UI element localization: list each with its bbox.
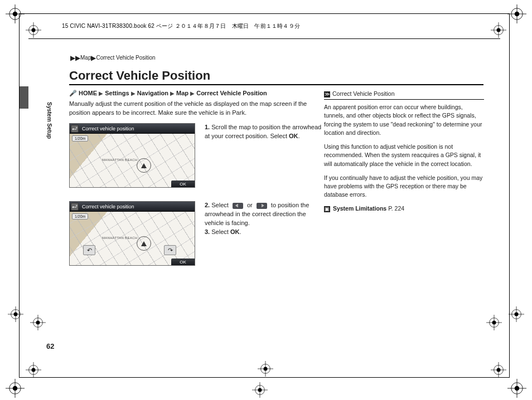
page-sheet: 15 CIVIC NAVI-31TR38300.book 62 ページ ２０１４… bbox=[19, 13, 510, 378]
map-scale: 1/20m bbox=[72, 135, 88, 142]
nav-cvp: Correct Vehicle Position bbox=[196, 90, 267, 96]
header-rule bbox=[28, 38, 500, 39]
screenshot-2: ⮐ Correct vehicle position 1/20m MANHATT… bbox=[69, 201, 195, 266]
step-1-ok: OK bbox=[289, 133, 298, 139]
rotate-right-button[interactable]: ↷ bbox=[164, 245, 176, 255]
back-icon: ⮐ bbox=[71, 125, 79, 133]
nav-home: HOME bbox=[79, 90, 97, 96]
screenshot-title: Correct vehicle position bbox=[82, 126, 134, 131]
rotate-right-icon bbox=[257, 203, 267, 209]
sidebox-p2: Using this function to adjust vehicle po… bbox=[324, 143, 484, 168]
rotate-left-button[interactable]: ↶ bbox=[83, 245, 95, 255]
link-label: System Limitations bbox=[333, 205, 386, 212]
nav-path: 🎤 HOME ▶ Settings ▶ Navigation ▶ Map ▶ C… bbox=[69, 90, 267, 97]
sidebox-p3: If you continually have to adjust the ve… bbox=[324, 174, 484, 199]
registration-mark-icon bbox=[507, 4, 526, 23]
map-scale: 1/20m bbox=[72, 213, 88, 219]
breadcrumb-arrow-icon: ▶▶ bbox=[70, 54, 80, 62]
step-3-ok: OK bbox=[230, 228, 240, 235]
nav-navigation: Navigation bbox=[137, 90, 168, 96]
registration-mark-icon bbox=[252, 382, 268, 398]
step-1: 1. Scroll the map to position the arrowh… bbox=[205, 123, 322, 141]
map-label: MANHATTAN BEACH bbox=[102, 158, 137, 162]
vehicle-arrowhead-icon bbox=[137, 236, 151, 251]
screenshot-title: Correct vehicle position bbox=[82, 204, 134, 209]
registration-mark-icon bbox=[6, 4, 25, 23]
registration-mark-icon bbox=[6, 379, 25, 398]
link-page: P. 224 bbox=[388, 205, 404, 212]
step-3a: Select bbox=[211, 228, 230, 235]
voice-icon: 🎤 bbox=[69, 90, 77, 96]
crosshair-icon bbox=[491, 22, 506, 38]
ok-button[interactable]: OK bbox=[171, 181, 195, 188]
registration-mark-icon bbox=[507, 379, 526, 398]
screenshot-titlebar: ⮐ Correct vehicle position bbox=[70, 202, 195, 212]
nav-map: Map bbox=[176, 90, 188, 96]
registration-mark-icon bbox=[509, 306, 524, 322]
sidebox: ≫Correct Vehicle Position An apparent po… bbox=[324, 90, 484, 213]
back-icon: ⮐ bbox=[71, 203, 79, 211]
intro-text: Manually adjust the current position of … bbox=[69, 100, 322, 118]
ok-button[interactable]: OK bbox=[171, 258, 195, 266]
step-2b: or bbox=[245, 202, 254, 208]
sidebox-head: ≫Correct Vehicle Position bbox=[324, 90, 484, 100]
info-icon: ≫ bbox=[324, 91, 330, 97]
rotate-left-icon bbox=[233, 203, 243, 209]
crosshair-icon bbox=[491, 362, 506, 378]
breadcrumb-seg-2: Correct Vehicle Position bbox=[96, 55, 155, 61]
step-2a: Select bbox=[211, 202, 230, 208]
sidebox-title: Correct Vehicle Position bbox=[332, 90, 394, 97]
screenshot-1: ⮐ Correct vehicle position 1/20m MANHATT… bbox=[69, 123, 195, 188]
crosshair-icon bbox=[258, 361, 273, 377]
step-1-text: Scroll the map to position the arrowhead… bbox=[205, 124, 321, 139]
title-rule bbox=[69, 84, 483, 85]
header-line: 15 CIVIC NAVI-31TR38300.book 62 ページ ２０１４… bbox=[62, 22, 300, 30]
sidebox-p1: An apparent position error can occur whe… bbox=[324, 103, 484, 137]
page-number: 62 bbox=[46, 342, 54, 350]
screenshot-titlebar: ⮐ Correct vehicle position bbox=[70, 124, 195, 134]
nav-settings: Settings bbox=[105, 90, 129, 96]
crosshair-icon bbox=[486, 315, 502, 330]
vehicle-arrowhead-icon bbox=[137, 158, 151, 173]
breadcrumb: ▶▶Map▶Correct Vehicle Position bbox=[70, 54, 156, 62]
crosshair-icon bbox=[26, 362, 41, 378]
steps-2-3: 2. Select or to position the arrowhead i… bbox=[205, 201, 322, 237]
sidebar-section-label: System Setup bbox=[46, 102, 52, 139]
map-label: MANHATTAN BEACH bbox=[102, 236, 137, 240]
registration-mark-icon bbox=[8, 306, 23, 322]
link-icon: ▣ bbox=[324, 206, 330, 212]
screenshot-map: 1/20m MANHATTAN BEACH ↶ ↷ OK bbox=[70, 212, 195, 266]
breadcrumb-seg-1: Map bbox=[80, 55, 91, 61]
page-title: Correct Vehicle Position bbox=[69, 69, 210, 83]
screenshot-map: 1/20m MANHATTAN BEACH OK bbox=[70, 134, 195, 188]
crosshair-icon bbox=[26, 22, 41, 38]
sidebox-link[interactable]: ▣ System Limitations P. 224 bbox=[324, 204, 484, 213]
side-tab bbox=[20, 86, 28, 109]
crosshair-icon bbox=[30, 315, 46, 330]
